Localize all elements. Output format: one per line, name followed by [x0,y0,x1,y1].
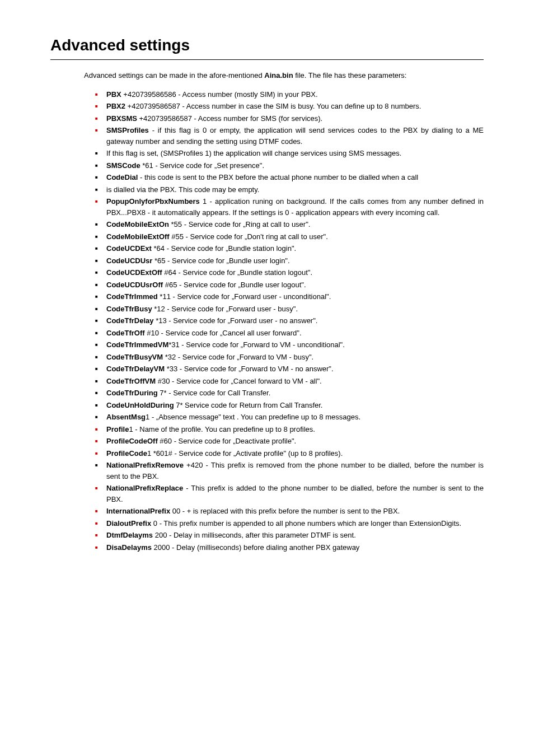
param-name: CodeUCDUsr [106,256,152,265]
param-desc: *65 - Service code for „Bundle user logi… [152,256,289,265]
param-name: CodeTfrImmed [106,292,158,301]
param-desc: *64 - Service code for „Bundle station l… [152,244,296,253]
list-item: CodeTfrDelay *13 - Service code for „For… [106,315,484,326]
param-desc: *32 - Service code for „Forward to VM - … [163,353,313,361]
param-desc: #60 - Service code for „Deactivate profi… [158,437,296,445]
param-name: CodeUCDExtOff [106,268,162,277]
param-name: CodeUCDExt [106,244,152,253]
param-name: CodeTfrDuring [106,389,158,397]
list-item: CodeDial - this code is sent to the PBX … [106,172,484,183]
list-item: CodeMobileExtOn *55 - Service code for „… [106,219,484,230]
list-item: CodeTfrDuring 7* - Service code for Call… [106,388,484,399]
param-name: PBX [106,90,121,99]
list-item: If this flag is set, (SMSProfiles 1) the… [106,148,484,159]
list-item: PopupOnlyforPbxNumbers 1 - application r… [106,196,484,218]
list-item: CodeMobileExtOff #55 - Service code for … [106,231,484,242]
param-desc: 1 - Name of the profile. You can predefi… [129,425,315,433]
param-name: CodeUCDUsrOff [106,281,163,289]
list-item: ProfileCodeOff #60 - Service code for „D… [106,436,484,447]
param-name: CodeMobileExtOff [106,232,170,241]
param-desc: 7* Service code for Return from Call Tra… [174,401,323,409]
param-desc: 1 *601# - Service code for „Activate pro… [147,449,343,458]
param-desc: 0 - This prefix number is appended to al… [151,519,461,528]
param-name: SMSCode [106,161,140,170]
param-desc: - if this flag is 0 or empty, the applic… [106,126,484,146]
list-item: SMSCode *61 - Service code for „Set pres… [106,160,484,171]
param-name: CodeTfrImmedVM [106,340,168,349]
param-name: CodeTfrOffVM [106,377,156,385]
list-item: CodeTfrImmed *11 - Service code for „For… [106,291,484,302]
param-desc: 00 - + is replaced with this prefix befo… [170,507,400,515]
param-name: ProfileCodeOff [106,437,158,445]
param-desc: #55 - Service code for „Don't ring at ca… [170,232,328,241]
param-name: NationalPrefixRemove [106,461,184,469]
param-name: PBXSMS [106,114,137,123]
param-desc: *33 - Service code for „Forward to VM - … [165,365,334,373]
param-name: CodeTfrOff [106,329,145,337]
param-name: CodeTfrDelayVM [106,365,165,373]
param-desc: #10 - Service code for „Cancel all user … [145,329,302,337]
param-desc: +420739586587 - Access number for SMS (f… [137,114,322,123]
list-item: CodeTfrOff #10 - Service code for „Cance… [106,328,484,339]
list-item: CodeTfrBusy *12 - Service code for „Forw… [106,304,484,315]
list-item: CodeUCDUsrOff #65 - Service code for „Bu… [106,279,484,291]
list-item: ProfileCode1 *601# - Service code for „A… [106,448,484,459]
param-name: DisaDelayms [106,543,152,552]
param-name: CodeTfrBusyVM [106,353,163,361]
list-item: CodeTfrBusyVM *32 - Service code for „Fo… [106,352,484,363]
param-desc: is dialled via the PBX. This code may be… [106,185,259,194]
param-name: Profile [106,425,129,433]
param-name: AbsentMsg [106,413,146,421]
list-item: AbsentMsg1 - „Absence message" text . Yo… [106,412,484,423]
param-desc: #65 - Service code for „Bundle user logo… [163,281,306,289]
list-item: is dialled via the PBX. This code may be… [106,184,484,195]
list-item: PBX +420739586586 - Access number (mostl… [106,89,484,100]
intro-bold: Aina.bin [264,71,293,80]
param-name: InternationalPrefix [106,507,170,515]
list-item: NationalPrefixReplace - This prefix is a… [106,483,484,505]
param-name: DtmfDelayms [106,531,153,539]
param-name: PopupOnlyforPbxNumbers [106,197,200,206]
page-title: Advanced settings [50,34,484,60]
parameter-list: PBX +420739586586 - Access number (mostl… [84,89,484,553]
param-desc: #30 - Service code for „Cancel forward t… [156,377,322,385]
param-desc: If this flag is set, (SMSProfiles 1) the… [106,149,401,157]
param-name: CodeMobileExtOn [106,220,169,228]
list-item: CodeUCDExt *64 - Service code for „Bundl… [106,243,484,254]
list-item: DtmfDelayms 200 - Delay in milliseconds,… [106,530,484,541]
list-item: DialoutPrefix 0 - This prefix number is … [106,518,484,529]
param-name: NationalPrefixReplace [106,484,183,492]
param-name: DialoutPrefix [106,519,151,528]
param-desc: *13 - Service code for „Forward user - n… [154,316,318,325]
param-desc: *12 - Service code for „Forward user - b… [152,305,298,313]
list-item: CodeUCDUsr *65 - Service code for „Bundl… [106,255,484,267]
list-item: InternationalPrefix 00 - + is replaced w… [106,506,484,517]
param-desc: 2000 - Delay (milliseconds) before diali… [152,543,359,552]
param-name: CodeUnHoldDuring [106,401,174,409]
list-item: CodeTfrOffVM #30 - Service code for „Can… [106,376,484,387]
list-item: CodeTfrDelayVM *33 - Service code for „F… [106,363,484,375]
list-item: SMSProfiles - if this flag is 0 or empty… [106,125,484,147]
param-name: PBX2 [106,102,125,110]
list-item: NationalPrefixRemove +420 - This prefix … [106,460,484,482]
list-item: CodeTfrImmedVM*31 - Service code for „Fo… [106,339,484,351]
list-item: DisaDelayms 2000 - Delay (milliseconds) … [106,542,484,553]
list-item: Profile1 - Name of the profile. You can … [106,424,484,435]
param-name: CodeTfrDelay [106,316,154,325]
param-name: SMSProfiles [106,126,149,134]
param-desc: 7* - Service code for Call Transfer. [158,389,271,397]
param-desc: *11 - Service code for „Forward user - u… [158,292,331,301]
param-name: ProfileCode [106,449,147,458]
param-name: CodeTfrBusy [106,305,152,313]
list-item: CodeUnHoldDuring 7* Service code for Ret… [106,400,484,411]
list-item: PBXSMS +420739586587 - Access number for… [106,113,484,124]
param-desc: +420739586586 - Access number (mostly SI… [121,90,318,99]
param-desc: #64 - Service code for „Bundle station l… [162,268,312,277]
param-desc: *55 - Service code for „Ring at call to … [169,220,310,228]
intro-pre: Advanced settings can be made in the afo… [84,71,264,80]
param-desc: *31 - Service code for „Forward to VM - … [168,340,345,349]
param-desc: 1 - „Absence message" text . You can pre… [146,413,360,421]
list-item: PBX2 +420739586587 - Access number in ca… [106,101,484,112]
param-name: CodeDial [106,173,138,181]
list-item: CodeUCDExtOff #64 - Service code for „Bu… [106,267,484,278]
